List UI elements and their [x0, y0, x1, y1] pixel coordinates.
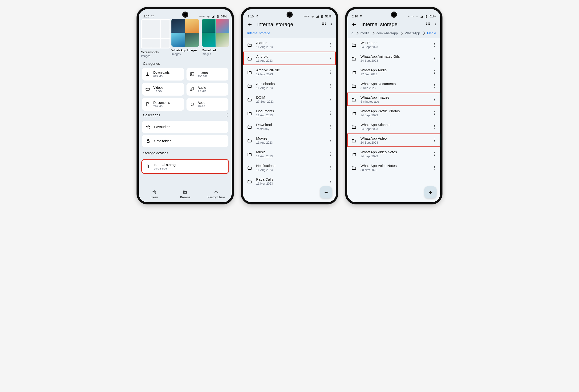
folder-meta: 19 Nov 2023: [256, 73, 324, 76]
folder-icon: [247, 57, 252, 60]
screen-browse: 2:10 Vo LTE 51% Screenshots Images Whats…: [137, 7, 234, 204]
row-more-icon[interactable]: [432, 111, 436, 115]
folder-meta: 27 Sept 2023: [256, 100, 324, 103]
folder-row[interactable]: WhatsApp Video 24 Sept 2023: [347, 133, 440, 147]
view-grid-button[interactable]: [321, 22, 326, 27]
folder-row[interactable]: WhatsApp Voice Notes 30 Nov 2023: [347, 161, 440, 175]
album-download[interactable]: Download Images: [202, 19, 229, 58]
add-button[interactable]: +: [424, 186, 436, 198]
back-button[interactable]: [352, 22, 357, 27]
folder-icon: [352, 138, 356, 142]
folder-meta: 11 Aug 2023: [256, 168, 324, 172]
chevron-right-icon: [400, 32, 403, 35]
folder-row[interactable]: Download Yesterday: [243, 120, 336, 133]
folder-name: WhatsApp Voice Notes: [361, 164, 428, 168]
folder-name: Papa Calls: [256, 177, 324, 181]
row-more-icon[interactable]: [432, 43, 436, 47]
folder-row[interactable]: Movies 11 Aug 2023: [243, 133, 336, 147]
download-icon: [145, 72, 150, 76]
row-more-icon[interactable]: [432, 125, 436, 129]
view-grid-button[interactable]: [426, 22, 431, 27]
row-more-icon[interactable]: [328, 125, 332, 129]
thumbnail: [202, 19, 229, 47]
folder-meta: 17 Dec 2023: [361, 73, 428, 76]
row-more-icon[interactable]: [328, 180, 332, 183]
volte-label: Vo LTE: [199, 15, 205, 17]
storage-heading: Storage devices: [139, 147, 232, 157]
folder-row[interactable]: Alarms 11 Aug 2023: [243, 38, 336, 52]
folder-icon: [247, 111, 252, 115]
row-more-icon[interactable]: [432, 152, 436, 156]
row-more-icon[interactable]: [432, 70, 436, 74]
add-button[interactable]: +: [320, 186, 332, 198]
folder-meta: 11 Aug 2023: [256, 86, 324, 90]
collection-favourites[interactable]: Favourites: [142, 121, 228, 133]
folder-name: Android: [256, 54, 324, 58]
row-more-icon[interactable]: [328, 84, 332, 88]
folder-icon: [247, 166, 252, 170]
folder-icon: [247, 70, 252, 74]
row-more-icon[interactable]: [328, 139, 332, 142]
breadcrumb-item[interactable]: media: [361, 31, 369, 35]
row-more-icon[interactable]: [432, 57, 436, 60]
folder-icon: [247, 138, 252, 142]
category-images[interactable]: Images290 MB: [187, 68, 229, 80]
battery-icon: [320, 15, 324, 18]
breadcrumb[interactable]: Internal storage: [243, 30, 336, 38]
folder-row[interactable]: Documents 11 Aug 2023: [243, 106, 336, 120]
breadcrumb-item[interactable]: WhatsApp: [405, 31, 420, 35]
folder-meta: 11 Aug 2023: [256, 114, 324, 117]
category-documents[interactable]: Documents728 MB: [142, 98, 184, 111]
folder-row[interactable]: WhatsApp Documents 5 Dec 2023: [347, 79, 440, 93]
nav-clean[interactable]: Clean: [144, 190, 165, 199]
folder-row[interactable]: WhatsApp Audio 17 Dec 2023: [347, 65, 440, 79]
row-more-icon[interactable]: [328, 111, 332, 115]
internal-storage-card[interactable]: Internal storage 94 GB free: [142, 160, 228, 173]
row-more-icon[interactable]: [328, 57, 332, 60]
battery-pct: 51%: [221, 15, 227, 18]
folder-row[interactable]: WhatsApp Animated Gifs 24 Sept 2023: [347, 52, 440, 65]
nav-nearby share[interactable]: Nearby Share: [206, 190, 227, 199]
breadcrumb-item[interactable]: Media: [427, 31, 436, 35]
folder-row[interactable]: WallPaper 24 Sept 2023: [347, 38, 440, 52]
collections-more-icon[interactable]: [227, 113, 227, 117]
folder-row[interactable]: Papa Calls 11 Nov 2023: [243, 175, 336, 188]
folder-row[interactable]: WhatsApp Profile Photos 24 Sept 2023: [347, 106, 440, 120]
row-more-icon[interactable]: [432, 84, 436, 88]
category-audio[interactable]: Audio1.1 GB: [187, 83, 229, 96]
row-more-icon[interactable]: [328, 43, 332, 47]
nav-browse[interactable]: Browse: [174, 190, 196, 199]
signal-icon: [316, 15, 319, 18]
camera-cutout: [182, 11, 188, 18]
folder-name: WhatsApp Video: [361, 136, 428, 140]
overflow-menu-icon[interactable]: [331, 23, 332, 26]
folder-row[interactable]: Android 11 Aug 2023: [243, 52, 336, 65]
breadcrumb[interactable]: dmediacom.whatsappWhatsAppMedia: [347, 30, 440, 38]
folder-row[interactable]: Audiobooks 11 Aug 2023: [243, 79, 336, 93]
folder-row[interactable]: DCIM 27 Sept 2023: [243, 93, 336, 106]
call-icon: [359, 15, 362, 18]
row-more-icon[interactable]: [328, 152, 332, 156]
back-button[interactable]: [247, 22, 252, 27]
row-more-icon[interactable]: [328, 166, 332, 170]
row-more-icon[interactable]: [328, 70, 332, 74]
row-more-icon[interactable]: [432, 139, 436, 142]
folder-row[interactable]: WhatsApp Images 5 minutes ago: [347, 93, 440, 106]
category-downloads[interactable]: Downloads893 MB: [142, 68, 184, 80]
row-more-icon[interactable]: [328, 98, 332, 101]
folder-row[interactable]: WhatsApp Video Notes 24 Sept 2023: [347, 147, 440, 161]
album-whatsapp-images[interactable]: WhatsApp Images Images: [171, 19, 199, 58]
folder-icon: [247, 43, 252, 47]
collection-safe folder[interactable]: Safe folder: [142, 135, 228, 147]
row-more-icon[interactable]: [432, 166, 436, 170]
breadcrumb-item[interactable]: com.whatsapp: [376, 31, 398, 35]
folder-row[interactable]: Archive ZIP file 19 Nov 2023: [243, 65, 336, 79]
folder-row[interactable]: WhatsApp Stickers 24 Sept 2023: [347, 120, 440, 133]
category-apps[interactable]: Apps15 GB: [187, 98, 229, 111]
album-screenshots[interactable]: Screenshots Images: [141, 19, 169, 58]
overflow-menu-icon[interactable]: [435, 23, 436, 26]
folder-row[interactable]: Music 11 Aug 2023: [243, 147, 336, 161]
row-more-icon[interactable]: [432, 98, 436, 101]
folder-row[interactable]: Notifications 11 Aug 2023: [243, 161, 336, 175]
category-videos[interactable]: Videos1.6 GB: [142, 83, 184, 96]
